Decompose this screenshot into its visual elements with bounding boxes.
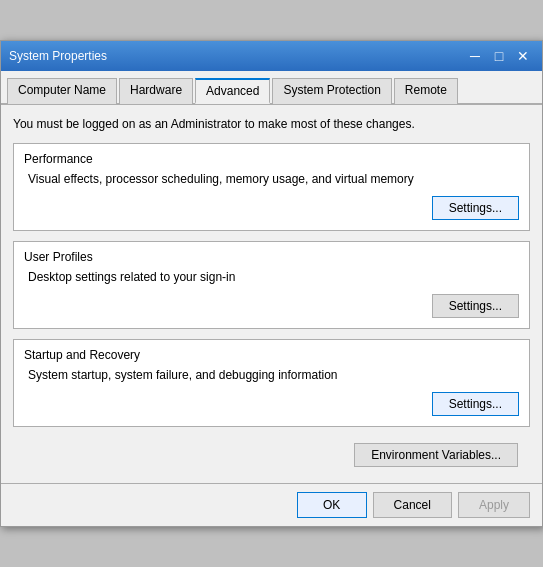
user-profiles-group: User Profiles Desktop settings related t… [13,241,530,329]
admin-notice: You must be logged on as an Administrato… [13,117,530,131]
apply-button[interactable]: Apply [458,492,530,518]
startup-recovery-group: Startup and Recovery System startup, sys… [13,339,530,427]
minimize-button[interactable]: ─ [464,47,486,65]
user-profiles-settings-button[interactable]: Settings... [432,294,519,318]
close-button[interactable]: ✕ [512,47,534,65]
tab-remote[interactable]: Remote [394,78,458,104]
performance-group: Performance Visual effects, processor sc… [13,143,530,231]
env-variables-section: Environment Variables... [13,437,530,471]
performance-title: Performance [24,152,519,166]
startup-recovery-title: Startup and Recovery [24,348,519,362]
user-profiles-title: User Profiles [24,250,519,264]
maximize-button[interactable]: □ [488,47,510,65]
title-bar-controls: ─ □ ✕ [464,47,534,65]
main-content: You must be logged on as an Administrato… [1,105,542,483]
tab-bar: Computer Name Hardware Advanced System P… [1,71,542,105]
performance-settings-button[interactable]: Settings... [432,196,519,220]
tab-hardware[interactable]: Hardware [119,78,193,104]
system-properties-window: System Properties ─ □ ✕ Computer Name Ha… [0,40,543,527]
ok-button[interactable]: OK [297,492,367,518]
dialog-buttons: OK Cancel Apply [1,483,542,526]
user-profiles-description: Desktop settings related to your sign-in [24,270,519,284]
environment-variables-button[interactable]: Environment Variables... [354,443,518,467]
startup-recovery-footer: Settings... [24,392,519,416]
performance-description: Visual effects, processor scheduling, me… [24,172,519,186]
tab-computer-name[interactable]: Computer Name [7,78,117,104]
startup-recovery-settings-button[interactable]: Settings... [432,392,519,416]
startup-recovery-description: System startup, system failure, and debu… [24,368,519,382]
user-profiles-footer: Settings... [24,294,519,318]
window-title: System Properties [9,49,107,63]
title-bar: System Properties ─ □ ✕ [1,41,542,71]
performance-footer: Settings... [24,196,519,220]
cancel-button[interactable]: Cancel [373,492,452,518]
tab-advanced[interactable]: Advanced [195,78,270,104]
tab-system-protection[interactable]: System Protection [272,78,391,104]
